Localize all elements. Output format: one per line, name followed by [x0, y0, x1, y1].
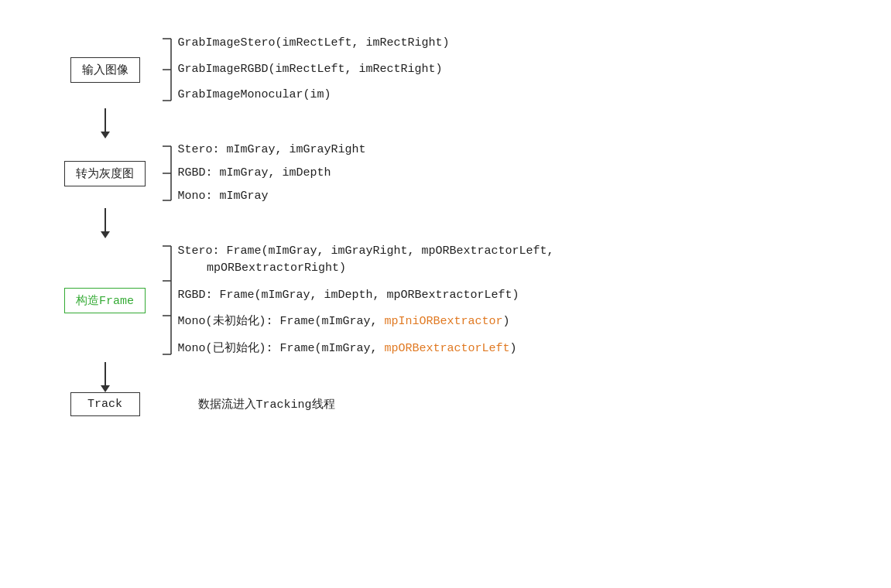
box-track: Track	[70, 392, 140, 416]
box-input: 输入图像	[70, 57, 140, 83]
row-frame: 构造Frame Stero: Frame(mImGray, imGrayRigh…	[59, 238, 554, 362]
flow-container: 输入图像 GrabImageStero(imRectLeft, imRectRi…	[59, 31, 833, 416]
track-desc: 数据流进入Tracking线程	[198, 397, 335, 412]
desc-lines-frame: Stero: Frame(mImGray, imGrayRight, mpORB…	[178, 238, 554, 362]
mono-init-param: mpORBextractorLeft	[385, 342, 510, 355]
mono-uninit-param: mpIniORBextractor	[385, 315, 503, 328]
box-col-track: Track	[59, 392, 152, 416]
desc-gray-1: Stero: mImGray, imGrayRight	[178, 142, 366, 159]
box-frame: 构造Frame	[64, 288, 146, 313]
bracket-input	[159, 31, 173, 108]
box-col-input: 输入图像	[59, 57, 152, 83]
box-gray: 转为灰度图	[64, 161, 146, 186]
row-gray: 转为灰度图 Stero: mImGray, imGrayRight RGBD: …	[59, 138, 366, 208]
desc-col-gray: Stero: mImGray, imGrayRight RGBD: mImGra…	[159, 138, 366, 208]
desc-input-1: GrabImageStero(imRectLeft, imRectRight)	[178, 35, 450, 53]
desc-lines-gray: Stero: mImGray, imGrayRight RGBD: mImGra…	[178, 138, 366, 208]
desc-col-frame: Stero: Frame(mImGray, imGrayRight, mpORB…	[159, 238, 554, 362]
desc-input-3: GrabImageMonocular(im)	[178, 87, 450, 104]
desc-frame-3: Mono(未初始化): Frame(mImGray, mpIniORBextra…	[178, 313, 554, 331]
desc-frame-2: RGBD: Frame(mImGray, imDepth, mpORBextra…	[178, 287, 554, 305]
box-col-frame: 构造Frame	[59, 288, 152, 313]
arrow-2	[59, 208, 152, 238]
arrow-1	[59, 108, 152, 138]
bracket-frame	[159, 238, 173, 362]
diagram: 输入图像 GrabImageStero(imRectLeft, imRectRi…	[36, 15, 856, 573]
desc-frame-1-indent: mpORBextractorRight)	[207, 260, 554, 278]
desc-lines-input: GrabImageStero(imRectLeft, imRectRight) …	[178, 31, 450, 108]
row-input: 输入图像 GrabImageStero(imRectLeft, imRectRi…	[59, 31, 450, 108]
desc-gray-3: Mono: mImGray	[178, 188, 366, 206]
bracket-gray	[159, 138, 173, 208]
desc-frame-1: Stero: Frame(mImGray, imGrayRight, mpORB…	[178, 243, 554, 278]
desc-input-2: GrabImageRGBD(imRectLeft, imRectRight)	[178, 61, 450, 79]
desc-col-input: GrabImageStero(imRectLeft, imRectRight) …	[159, 31, 450, 108]
box-col-gray: 转为灰度图	[59, 161, 152, 186]
row-track: Track 数据流进入Tracking线程	[59, 392, 335, 416]
desc-frame-4: Mono(已初始化): Frame(mImGray, mpORBextracto…	[178, 340, 554, 358]
arrow-3	[59, 362, 152, 392]
desc-gray-2: RGBD: mImGray, imDepth	[178, 165, 366, 183]
